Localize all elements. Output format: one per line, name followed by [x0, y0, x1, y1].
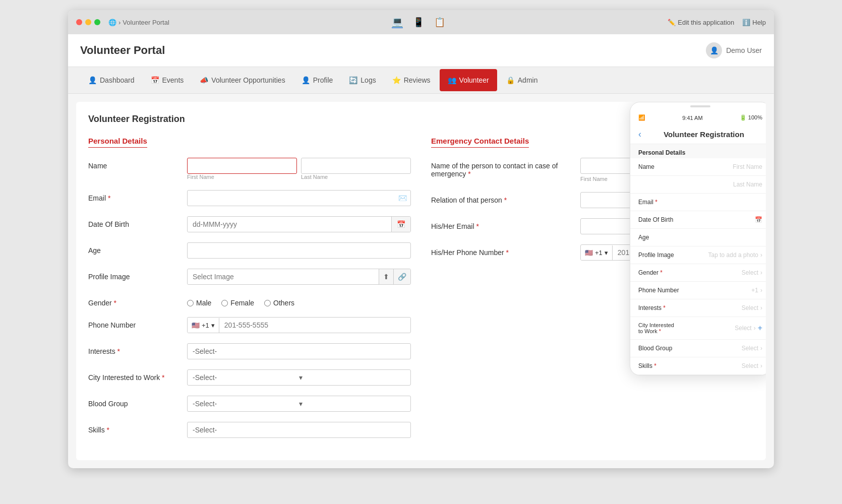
gender-others-radio[interactable]	[264, 300, 271, 306]
city-row: City Interested to Work * -Select- ▾	[88, 369, 411, 386]
mobile-phone-value: +1	[689, 287, 758, 294]
mobile-notch	[630, 102, 766, 110]
first-name-input[interactable]	[187, 158, 297, 174]
interests-select[interactable]: -Select-	[187, 343, 411, 359]
mobile-interests-row[interactable]: Interests * Select ›	[630, 299, 766, 317]
mobile-name-label: Name	[638, 163, 689, 170]
email-input[interactable]	[187, 190, 411, 206]
logs-icon: 🔄	[349, 76, 357, 84]
mobile-name-value: First Name	[689, 163, 762, 170]
gender-label: Gender *	[88, 295, 179, 307]
nav-admin[interactable]: 🔒 Admin	[498, 69, 546, 91]
blood-group-label: Blood Group	[88, 396, 179, 408]
mobile-lastname-value: Last Name	[689, 181, 762, 188]
mobile-phone-row[interactable]: Phone Number +1 ›	[630, 282, 766, 299]
help-button[interactable]: ℹ️ Help	[742, 19, 766, 26]
nav-reviews[interactable]: ⭐ Reviews	[384, 69, 439, 91]
age-input[interactable]	[187, 242, 411, 259]
mobile-dob-row: Date Of Birth 📅	[630, 211, 766, 229]
phone-input[interactable]	[219, 318, 410, 333]
phone-prefix-selector[interactable]: 🇺🇸 +1 ▾	[188, 318, 219, 333]
gender-female[interactable]: Female	[221, 299, 254, 307]
back-arrow-icon[interactable]: ‹	[638, 129, 641, 140]
skills-row: Skills * -Select-	[88, 422, 411, 438]
us-flag-icon: 🇺🇸	[192, 322, 200, 329]
events-icon: 📅	[151, 76, 159, 84]
reviews-icon: ⭐	[392, 76, 401, 84]
profile-icon: 👤	[302, 76, 310, 84]
mobile-status-bar: 📶 9:41 AM 🔋 100%	[630, 110, 766, 125]
image-upload-icon[interactable]: ⬆	[379, 269, 393, 284]
email-row: Email * ✉️	[88, 190, 411, 206]
last-name-input[interactable]	[301, 158, 411, 174]
mobile-skills-chevron: ›	[760, 362, 762, 369]
mobile-nav-bar: ‹ Volunteer Registration	[630, 125, 766, 144]
interests-row: Interests * -Select-	[88, 343, 411, 359]
mobile-skills-row[interactable]: Skills * Select ›	[630, 357, 766, 375]
user-info: 👤 Demo User	[706, 42, 762, 58]
mobile-email-row: Email *	[630, 194, 766, 211]
mobile-interests-chevron: ›	[760, 304, 762, 311]
name-sublabels: First Name Last Name	[187, 174, 411, 180]
pencil-icon: ✏️	[668, 19, 676, 26]
city-label: City Interested to Work *	[88, 369, 179, 382]
mobile-form-scroll[interactable]: Personal Details Name First Name Last Na…	[630, 144, 766, 375]
mobile-name-row: Name First Name	[630, 158, 766, 176]
desktop-device-icon[interactable]: 💻	[392, 16, 403, 28]
nav-profile[interactable]: 👤 Profile	[293, 69, 341, 91]
blood-group-controls: -Select- ▾	[187, 396, 411, 412]
nav-logs[interactable]: 🔄 Logs	[341, 69, 384, 91]
interests-controls: -Select-	[187, 343, 411, 359]
mobile-gender-row[interactable]: Gender * Select ›	[630, 264, 766, 282]
emergency-email-label: His/Her Email *	[431, 218, 572, 230]
nav-dashboard[interactable]: 👤 Dashboard	[80, 69, 143, 91]
emergency-phone-prefix[interactable]: 🇺🇸 +1 ▾	[581, 245, 613, 260]
mobile-city-plus[interactable]: +	[758, 324, 762, 333]
mobile-city-row[interactable]: City Interestedto Work * Select › +	[630, 317, 766, 340]
gender-male-radio[interactable]	[187, 300, 194, 306]
minimize-button[interactable]	[85, 19, 91, 25]
gender-female-radio[interactable]	[221, 300, 228, 306]
mobile-profile-row[interactable]: Profile Image Tap to add a photo ›	[630, 246, 766, 264]
gender-male[interactable]: Male	[187, 299, 211, 307]
name-label: Name	[88, 158, 179, 170]
city-select[interactable]: -Select- ▾	[187, 369, 411, 386]
nav-volunteer-opportunities[interactable]: 📣 Volunteer Opportunities	[192, 69, 293, 91]
close-button[interactable]	[76, 19, 82, 25]
image-select-input[interactable]	[188, 269, 379, 284]
email-icon: ✉️	[398, 194, 407, 202]
mobile-device-icon[interactable]: 📋	[434, 17, 445, 28]
edit-application-button[interactable]: ✏️ Edit this application	[668, 19, 734, 26]
mobile-blood-row[interactable]: Blood Group Select ›	[630, 340, 766, 357]
blood-group-select[interactable]: -Select- ▾	[187, 396, 411, 412]
relation-label: Relation of that person *	[431, 192, 572, 204]
maximize-button[interactable]	[94, 19, 100, 25]
tablet-device-icon[interactable]: 📱	[413, 17, 424, 28]
city-controls: -Select- ▾	[187, 369, 411, 386]
titlebar: 🌐 › Volunteer Portal 💻 📱 📋 ✏️ Edit this …	[68, 10, 774, 34]
nav-events[interactable]: 📅 Events	[143, 69, 192, 91]
app-header: Volunteer Portal 👤 Demo User	[68, 34, 774, 67]
phone-input-wrapper: 🇺🇸 +1 ▾	[187, 317, 411, 333]
emergency-prefix-chevron: ▾	[605, 249, 608, 257]
opportunities-icon: 📣	[200, 76, 208, 84]
emergency-name-label: Name of the person to contact in case of…	[431, 158, 572, 178]
mobile-lastname-row: Last Name	[630, 176, 766, 194]
calendar-icon[interactable]: 📅	[391, 217, 410, 232]
phone-prefix-chevron: ▾	[211, 322, 215, 329]
mobile-time: 9:41 AM	[682, 115, 702, 121]
email-input-wrapper: ✉️	[187, 190, 411, 206]
gender-others[interactable]: Others	[264, 299, 294, 307]
dob-input[interactable]	[188, 217, 391, 232]
mobile-interests-value: Select	[689, 304, 758, 311]
emergency-flag-icon: 🇺🇸	[585, 249, 593, 257]
email-label: Email *	[88, 190, 179, 202]
phone-row: Phone Number 🇺🇸 +1 ▾	[88, 317, 411, 333]
dashboard-icon: 👤	[88, 76, 97, 84]
navigation: 👤 Dashboard 📅 Events 📣 Volunteer Opportu…	[68, 67, 774, 94]
nav-volunteer[interactable]: 👥 Volunteer	[440, 69, 497, 91]
skills-select[interactable]: -Select-	[187, 422, 411, 438]
battery-icon: 🔋 100%	[740, 114, 762, 121]
image-link-icon[interactable]: 🔗	[393, 269, 410, 284]
age-controls	[187, 242, 411, 259]
